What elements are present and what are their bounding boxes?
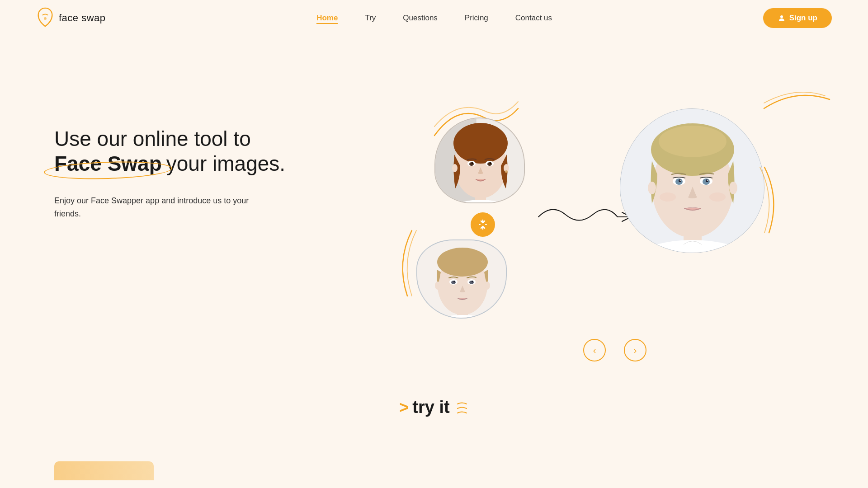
signup-label: Sign up bbox=[789, 14, 817, 23]
svg-point-16 bbox=[505, 170, 508, 173]
carousel-prev-button[interactable]: ‹ bbox=[583, 339, 606, 361]
svg-point-43 bbox=[729, 182, 737, 194]
logo-link[interactable]: face swap bbox=[36, 7, 106, 29]
deco-arcs-left-bottom bbox=[394, 226, 421, 298]
try-it-arrow: > bbox=[399, 398, 409, 417]
svg-point-41 bbox=[707, 180, 708, 181]
svg-point-42 bbox=[648, 182, 656, 194]
nav-link-contact[interactable]: Contact us bbox=[515, 14, 552, 22]
svg-point-40 bbox=[680, 180, 681, 181]
try-it-text: try it bbox=[412, 398, 449, 417]
try-it-label: >try it bbox=[399, 398, 468, 417]
navbar: face swap Home Try Questions Pricing Con… bbox=[0, 0, 868, 36]
svg-point-28 bbox=[485, 282, 490, 290]
signup-button[interactable]: Sign up bbox=[763, 8, 832, 28]
chevron-right-icon: › bbox=[634, 345, 637, 356]
logo-icon bbox=[36, 7, 54, 29]
carousel-next-button[interactable]: › bbox=[624, 339, 646, 361]
svg-point-19 bbox=[437, 248, 488, 277]
hero-title-line1: Use our online tool to bbox=[54, 127, 285, 151]
hero-subtitle: Enjoy our Face Swapper app and introduce… bbox=[54, 194, 285, 221]
person-icon bbox=[778, 14, 786, 22]
hero-title-part2: your images. bbox=[166, 151, 285, 176]
carousel-nav: ‹ › bbox=[362, 339, 868, 361]
result-face-svg bbox=[620, 109, 764, 253]
logo-text: face swap bbox=[59, 12, 106, 24]
male-face-container bbox=[416, 239, 507, 319]
nav-link-questions[interactable]: Questions bbox=[403, 14, 438, 22]
svg-point-32 bbox=[659, 126, 726, 157]
hero-text: Use our online tool to Face Swap your im… bbox=[54, 63, 285, 221]
swap-arrows-icon bbox=[476, 218, 489, 231]
svg-point-26 bbox=[472, 281, 473, 282]
svg-point-14 bbox=[452, 164, 458, 172]
nav-link-pricing[interactable]: Pricing bbox=[465, 14, 488, 22]
chevron-left-icon: ‹ bbox=[593, 345, 596, 356]
face-swap-highlight: Face Swap bbox=[54, 151, 162, 176]
hero-subtitle-line1: Enjoy our Face Swapper app and introduce… bbox=[54, 196, 249, 205]
hero-title-line2: Face Swap your images. bbox=[54, 151, 285, 176]
nav-item-contact[interactable]: Contact us bbox=[515, 14, 552, 23]
nav-link-try[interactable]: Try bbox=[365, 14, 376, 22]
svg-point-1 bbox=[780, 15, 783, 18]
nav-item-questions[interactable]: Questions bbox=[403, 14, 438, 23]
try-it-waves-icon bbox=[455, 399, 469, 416]
swap-icon[interactable] bbox=[471, 212, 495, 237]
deco-arcs-result-top bbox=[760, 86, 832, 113]
hero-subtitle-line2: friends. bbox=[54, 209, 81, 218]
svg-point-13 bbox=[490, 162, 491, 164]
svg-point-45 bbox=[709, 192, 726, 202]
deco-arcs-result-right bbox=[755, 163, 783, 235]
svg-point-25 bbox=[453, 281, 455, 282]
nav-link-home[interactable]: Home bbox=[316, 14, 338, 24]
svg-point-0 bbox=[44, 17, 47, 20]
nav-item-home[interactable]: Home bbox=[316, 14, 338, 23]
nav-links: Home Try Questions Pricing Contact us bbox=[316, 14, 552, 23]
svg-point-44 bbox=[660, 192, 676, 202]
nav-item-pricing[interactable]: Pricing bbox=[465, 14, 488, 23]
try-it-section: >try it bbox=[0, 380, 868, 426]
nav-item-try[interactable]: Try bbox=[365, 14, 376, 23]
bottom-bar-hint bbox=[54, 461, 154, 480]
hero-section: Use our online tool to Face Swap your im… bbox=[0, 36, 868, 352]
female-face-svg bbox=[435, 118, 525, 203]
svg-point-27 bbox=[435, 282, 440, 290]
result-face-container bbox=[620, 108, 764, 253]
male-face-svg bbox=[417, 240, 507, 319]
svg-point-12 bbox=[472, 162, 473, 164]
svg-point-6 bbox=[453, 123, 508, 164]
